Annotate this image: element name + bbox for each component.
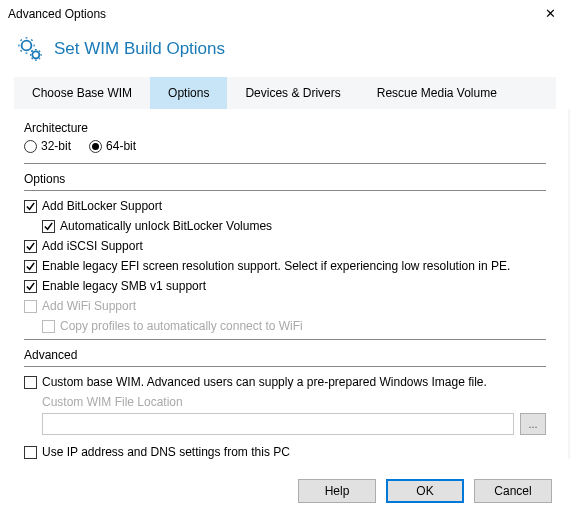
gear-icon bbox=[16, 35, 44, 63]
content-area: Architecture 32-bit 64-bit Options Add B… bbox=[0, 109, 570, 459]
checkbox-smb[interactable]: Enable legacy SMB v1 support bbox=[24, 279, 546, 293]
checkbox-label: Add iSCSI Support bbox=[42, 239, 143, 253]
wim-location-label: Custom WIM File Location bbox=[42, 395, 546, 409]
cancel-button[interactable]: Cancel bbox=[474, 479, 552, 503]
page-title: Set WIM Build Options bbox=[54, 39, 225, 59]
advanced-label: Advanced bbox=[24, 348, 546, 362]
radio-icon bbox=[24, 140, 37, 153]
checkbox-icon bbox=[24, 240, 37, 253]
checkbox-bitlocker[interactable]: Add BitLocker Support bbox=[24, 199, 546, 213]
divider bbox=[24, 366, 546, 367]
radio-label: 64-bit bbox=[106, 139, 136, 153]
ok-button[interactable]: OK bbox=[386, 479, 464, 503]
window-title: Advanced Options bbox=[8, 7, 106, 21]
titlebar: Advanced Options ✕ bbox=[0, 0, 570, 27]
checkbox-icon bbox=[24, 446, 37, 459]
checkbox-icon bbox=[24, 200, 37, 213]
radio-icon bbox=[89, 140, 102, 153]
architecture-label: Architecture bbox=[24, 121, 546, 135]
divider bbox=[24, 339, 546, 340]
checkbox-label: Copy profiles to automatically connect t… bbox=[60, 319, 303, 333]
radio-64bit[interactable]: 64-bit bbox=[89, 139, 136, 153]
svg-point-1 bbox=[32, 51, 39, 58]
checkbox-use-ip[interactable]: Use IP address and DNS settings from thi… bbox=[24, 445, 546, 459]
checkbox-icon bbox=[24, 300, 37, 313]
checkbox-label: Custom base WIM. Advanced users can supp… bbox=[42, 375, 487, 389]
radio-32bit[interactable]: 32-bit bbox=[24, 139, 71, 153]
tab-options[interactable]: Options bbox=[150, 77, 227, 109]
checkbox-iscsi[interactable]: Add iSCSI Support bbox=[24, 239, 546, 253]
checkbox-wifi: Add WiFi Support bbox=[24, 299, 546, 313]
checkbox-icon bbox=[24, 280, 37, 293]
divider bbox=[24, 190, 546, 191]
checkbox-label: Use IP address and DNS settings from thi… bbox=[42, 445, 290, 459]
close-icon[interactable]: ✕ bbox=[539, 6, 562, 21]
checkbox-icon bbox=[42, 320, 55, 333]
checkbox-wifi-copy: Copy profiles to automatically connect t… bbox=[42, 319, 546, 333]
tab-rescue-media-volume[interactable]: Rescue Media Volume bbox=[359, 77, 515, 109]
help-button[interactable]: Help bbox=[298, 479, 376, 503]
checkbox-bitlocker-auto[interactable]: Automatically unlock BitLocker Volumes bbox=[42, 219, 546, 233]
tab-devices-drivers[interactable]: Devices & Drivers bbox=[227, 77, 358, 109]
checkbox-label: Enable legacy SMB v1 support bbox=[42, 279, 206, 293]
checkbox-custom-wim[interactable]: Custom base WIM. Advanced users can supp… bbox=[24, 375, 546, 389]
checkbox-label: Add WiFi Support bbox=[42, 299, 136, 313]
radio-label: 32-bit bbox=[41, 139, 71, 153]
browse-button[interactable]: ... bbox=[520, 413, 546, 435]
tab-choose-base-wim[interactable]: Choose Base WIM bbox=[14, 77, 150, 109]
checkbox-icon bbox=[42, 220, 55, 233]
checkbox-efi[interactable]: Enable legacy EFI screen resolution supp… bbox=[24, 259, 546, 273]
footer: Help OK Cancel bbox=[0, 465, 570, 517]
checkbox-icon bbox=[24, 376, 37, 389]
checkbox-label: Add BitLocker Support bbox=[42, 199, 162, 213]
tab-bar: Choose Base WIM Options Devices & Driver… bbox=[14, 77, 556, 109]
header: Set WIM Build Options bbox=[0, 27, 570, 77]
checkbox-label: Automatically unlock BitLocker Volumes bbox=[60, 219, 272, 233]
checkbox-label: Enable legacy EFI screen resolution supp… bbox=[42, 259, 510, 273]
options-label: Options bbox=[24, 172, 546, 186]
wim-location-input[interactable] bbox=[42, 413, 514, 435]
svg-point-0 bbox=[22, 41, 32, 51]
divider bbox=[24, 163, 546, 164]
checkbox-icon bbox=[24, 260, 37, 273]
